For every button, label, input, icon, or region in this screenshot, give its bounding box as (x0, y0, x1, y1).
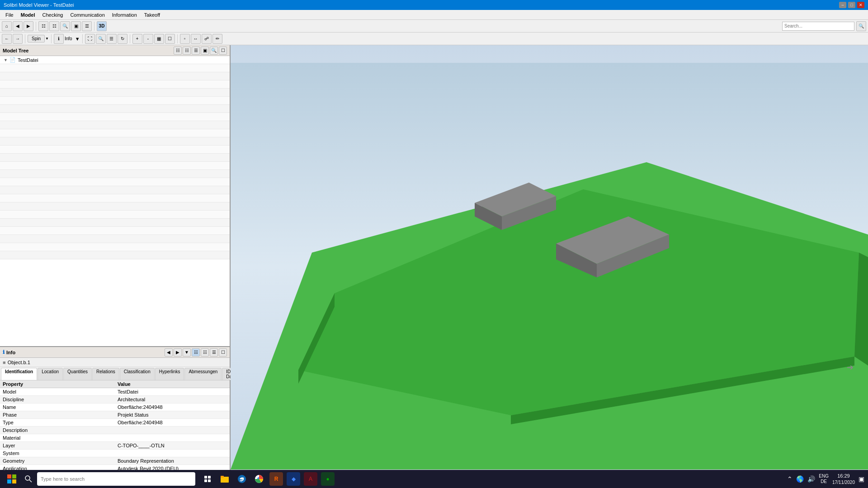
prop-property: System (0, 450, 115, 457)
info-tabs: Identification Location Quantities Relat… (0, 367, 230, 380)
home-btn[interactable]: ⌂ (2, 21, 12, 31)
close-button[interactable]: ✕ (857, 2, 864, 8)
info-label: Info (65, 36, 72, 41)
view-zoom-btn[interactable]: 🔍 (96, 34, 106, 44)
menu-takeoff[interactable]: Takeoff (141, 11, 164, 19)
start-button[interactable] (4, 471, 20, 487)
info-maximize-btn[interactable]: ☐ (219, 348, 227, 357)
tree-view-btn[interactable]: ☰ (82, 21, 92, 31)
revit-icon[interactable]: R (269, 472, 283, 486)
tab-relations[interactable]: Relations (92, 368, 119, 380)
spin-btn[interactable]: Spin (28, 35, 45, 42)
taskbar-search-icon[interactable] (22, 472, 35, 486)
zoom-custom-btn[interactable]: ☐ (165, 34, 175, 44)
info-view1-btn[interactable]: ☷ (192, 348, 200, 357)
menu-model[interactable]: Model (17, 11, 39, 19)
info-arrow[interactable]: ▼ (75, 36, 80, 42)
tree-select-btn[interactable]: ▣ (71, 21, 81, 31)
measure-btn[interactable]: ↔ (191, 34, 201, 44)
tree-ctrl-3[interactable]: ☰ (192, 47, 200, 55)
app-icon-7[interactable]: ● (321, 472, 335, 486)
toolbar-search-btn[interactable]: 🔍 (856, 21, 866, 31)
info-view2-btn[interactable]: ☷ (201, 348, 209, 357)
tree-ctrl-1[interactable]: ☷ (174, 47, 182, 55)
tab-classification[interactable]: Classification (120, 368, 155, 380)
tree-empty-row (0, 72, 230, 80)
table-row[interactable]: Description (0, 427, 230, 434)
separator-4 (51, 34, 52, 43)
info-next-btn[interactable]: ▶ (174, 348, 182, 357)
view-pan-btn[interactable]: ☰ (107, 34, 117, 44)
snapshot-btn[interactable]: ☍ (202, 34, 212, 44)
forward-btn[interactable]: ▶ (24, 21, 33, 31)
tree-root[interactable]: ▼ 📄 TestDatei (0, 56, 230, 64)
restore-button[interactable]: □ (848, 2, 855, 8)
zoom-out-btn[interactable]: - (143, 34, 153, 44)
clock[interactable]: 16:29 17/11/2020 (832, 473, 855, 485)
table-row[interactable]: TypeOberfläche:2404948 (0, 419, 230, 427)
tree-empty-row (0, 162, 230, 170)
nav-back-btn[interactable]: ← (2, 34, 12, 44)
view-rotate-btn[interactable]: ↻ (118, 34, 127, 44)
network-icon[interactable]: 🌎 (796, 475, 804, 483)
info-dropdown-btn[interactable]: ▼ (183, 348, 191, 357)
clip-btn[interactable]: ✏ (212, 34, 222, 44)
viewport-3d[interactable]: ➔ (231, 45, 868, 487)
menu-information[interactable]: Information (108, 11, 141, 19)
tree-empty-row (0, 154, 230, 162)
tree-filter-btn[interactable]: 🔍 (60, 21, 70, 31)
table-row[interactable]: DisciplineArchitectural (0, 396, 230, 404)
tab-identification[interactable]: Identification (1, 368, 37, 380)
tree-maximize[interactable]: ☐ (219, 47, 227, 55)
spin-arrow[interactable]: ▼ (45, 37, 49, 41)
tree-empty-row (0, 178, 230, 186)
file-explorer-icon[interactable] (218, 472, 231, 486)
tree-ctrl-4[interactable]: ▣ (201, 47, 209, 55)
clock-time: 16:29 (832, 473, 855, 479)
tab-abmessungen[interactable]: Abmessungen (184, 368, 222, 380)
zoom-select-btn[interactable]: ▦ (154, 34, 164, 44)
nav-forward-btn[interactable]: → (13, 34, 23, 44)
menu-communication[interactable]: Communication (66, 11, 108, 19)
app-icon-6[interactable]: A (304, 472, 317, 486)
edge-browser-icon[interactable] (235, 472, 249, 486)
tab-hyperlinks[interactable]: Hyperlinks (155, 368, 184, 380)
taskview-btn[interactable] (201, 472, 214, 486)
section-btn[interactable]: ▫ (180, 34, 190, 44)
menu-checking[interactable]: Checking (39, 11, 67, 19)
prop-value: Projekt Status (115, 411, 230, 419)
info-prev-btn[interactable]: ◀ (165, 348, 173, 357)
app-icon-5[interactable]: ◆ (287, 472, 300, 486)
zoom-in-btn[interactable]: + (132, 34, 142, 44)
notification-icon[interactable]: ▣ (859, 475, 864, 483)
tree-empty-row (0, 170, 230, 178)
tray-expand-icon[interactable]: ⌃ (787, 475, 793, 483)
tree-ctrl-2[interactable]: ☷ (183, 47, 191, 55)
table-row[interactable]: GeometryBoundary Representation (0, 457, 230, 465)
prop-property: Model (0, 388, 115, 396)
table-row[interactable]: PhaseProjekt Status (0, 411, 230, 419)
info-view3-btn[interactable]: ☰ (210, 348, 218, 357)
minimize-button[interactable]: – (839, 2, 846, 8)
chrome-icon[interactable] (252, 472, 266, 486)
tab-quantities[interactable]: Quantities (63, 368, 92, 380)
table-row[interactable]: Material (0, 434, 230, 442)
view-fit-btn[interactable]: ⛶ (85, 34, 95, 44)
taskbar-search-input[interactable] (41, 476, 192, 482)
table-row[interactable]: NameOberfläche:2404948 (0, 404, 230, 411)
tree-ctrl-5[interactable]: 🔍 (210, 47, 218, 55)
tab-location[interactable]: Location (38, 368, 63, 380)
info-btn[interactable]: ℹ (54, 34, 64, 44)
tree-expand-btn[interactable]: ☷ (38, 21, 48, 31)
volume-icon[interactable]: 🔊 (807, 475, 815, 483)
tree-collapse-btn[interactable]: ☷ (49, 21, 59, 31)
toolbar-search-input[interactable] (782, 22, 854, 31)
table-row[interactable]: LayerC-TOPO-____-OTLN (0, 442, 230, 450)
menu-file[interactable]: File (2, 11, 17, 19)
window-title: Solibri Model Viewer - TestDatei (4, 2, 74, 8)
table-row[interactable]: ModelTestDatei (0, 388, 230, 396)
back-btn[interactable]: ◀ (13, 21, 23, 31)
3d-view-btn[interactable]: 3D (97, 21, 107, 31)
table-row[interactable]: System (0, 450, 230, 457)
prop-property: Material (0, 434, 115, 442)
